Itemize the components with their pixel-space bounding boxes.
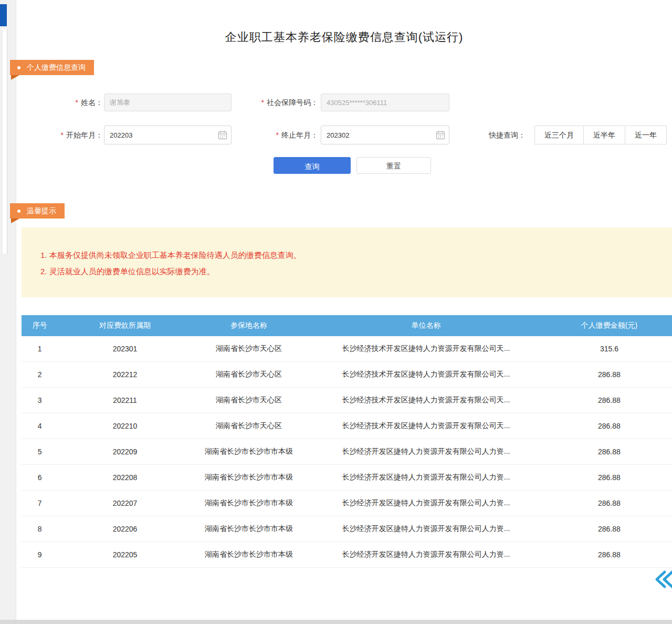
start-month-input[interactable] [104, 126, 232, 144]
bullet-icon [17, 66, 20, 69]
personal-query-section-badge: 个人缴费信息查询 [10, 60, 94, 75]
pension-query-page: { "page": { "title": "企业职工基本养老保险缴费信息查询(试… [0, 0, 672, 624]
table-row: 3 202211 湖南省长沙市天心区 长沙经济技术开发区捷特人力资源开发有限公司… [22, 388, 672, 413]
cell-seq: 5 [22, 439, 58, 465]
personal-query-badge-label: 个人缴费信息查询 [27, 60, 86, 75]
required-mark: * [261, 98, 264, 107]
collapsed-panel-edge [3, 29, 7, 254]
calendar-icon[interactable] [436, 130, 445, 140]
name-label: *姓名： [45, 93, 103, 111]
cell-area: 湖南省长沙市天心区 [192, 388, 306, 413]
tips-section-badge: 温馨提示 [10, 203, 65, 219]
end-month-field [321, 126, 449, 144]
quick-1year-button[interactable]: 近一年 [625, 126, 667, 144]
cell-period: 202212 [58, 362, 192, 388]
end-month-label: *终止年月： [258, 126, 318, 143]
cell-area: 湖南省长沙市长沙市市本级 [192, 465, 306, 491]
cell-area: 湖南省长沙市天心区 [192, 413, 306, 439]
table-row: 7 202207 湖南省长沙市长沙市市本级 长沙经济开发区捷特人力资源开发有限公… [22, 491, 672, 516]
cell-area: 湖南省长沙市长沙市市本级 [192, 491, 306, 516]
table-row: 5 202209 湖南省长沙市长沙市市本级 长沙经济开发区捷特人力资源开发有限公… [22, 439, 672, 465]
table-row: 4 202210 湖南省长沙市天心区 长沙经济技术开发区捷特人力资源开发有限公司… [22, 413, 672, 439]
cell-period: 202210 [58, 413, 192, 439]
cell-seq: 6 [22, 465, 58, 491]
calendar-icon[interactable] [218, 130, 227, 140]
name-input [104, 93, 232, 111]
table-row: 6 202208 湖南省长沙市长沙市市本级 长沙经济开发区捷特人力资源开发有限公… [22, 465, 672, 491]
end-month-input[interactable] [321, 126, 449, 144]
cell-seq: 8 [22, 516, 58, 542]
cell-area: 湖南省长沙市长沙市市本级 [192, 439, 306, 465]
bottom-edge-bar [0, 620, 672, 624]
cell-area: 湖南省长沙市天心区 [192, 336, 306, 362]
cell-period: 202209 [58, 439, 192, 465]
quick-halfyear-button[interactable]: 近半年 [583, 126, 625, 144]
header-amount: 个人缴费金额(元) [547, 315, 672, 336]
header-period: 对应费款所属期 [58, 315, 192, 336]
start-month-label: *开始年月： [40, 126, 103, 143]
start-month-field [104, 126, 232, 144]
required-mark: * [61, 131, 64, 139]
cell-seq: 4 [22, 413, 58, 439]
cell-period: 202211 [58, 388, 192, 413]
notice-box: 1. 本服务仅提供尚未领取企业职工基本养老保险待遇人员的缴费信息查询。 2. 灵… [22, 227, 672, 297]
payment-table: 序号 对应费款所属期 参保地名称 单位名称 个人缴费金额(元) 1 202301… [22, 315, 672, 568]
cell-amount: 286.88 [547, 491, 672, 516]
cell-amount: 286.88 [547, 439, 672, 465]
cell-period: 202301 [58, 336, 192, 362]
cell-amount: 286.88 [547, 465, 672, 491]
cell-amount: 286.88 [547, 542, 672, 568]
cell-company: 长沙经济开发区捷特人力资源开发有限公司人力资... [306, 439, 546, 465]
cell-area: 湖南省长沙市天心区 [192, 362, 306, 388]
table-row: 8 202206 湖南省长沙市长沙市市本级 长沙经济开发区捷特人力资源开发有限公… [22, 516, 672, 542]
table-row: 1 202301 湖南省长沙市天心区 长沙经济技术开发区捷特人力资源开发有限公司… [22, 336, 672, 362]
cell-company: 长沙经济技术开发区捷特人力资源开发有限公司天... [306, 388, 546, 413]
cell-seq: 7 [22, 491, 58, 516]
table-header-row: 序号 对应费款所属期 参保地名称 单位名称 个人缴费金额(元) [22, 315, 672, 336]
bullet-icon [17, 210, 20, 213]
required-mark: * [76, 98, 78, 107]
quick-query-label: 快捷查询： [489, 126, 526, 144]
cell-company: 长沙经济开发区捷特人力资源开发有限公司人力资... [306, 465, 546, 491]
cell-seq: 9 [22, 542, 58, 568]
query-button[interactable]: 查询 [274, 157, 351, 174]
cell-amount: 286.88 [547, 516, 672, 542]
cell-period: 202207 [58, 491, 192, 516]
reset-button[interactable]: 重置 [356, 157, 431, 174]
header-company: 单位名称 [306, 315, 546, 336]
cell-company: 长沙经济开发区捷特人力资源开发有限公司人力资... [306, 491, 546, 516]
ssn-input [321, 93, 449, 111]
notice-line: 1. 本服务仅提供尚未领取企业职工基本养老保险待遇人员的缴费信息查询。 [40, 248, 662, 262]
cell-company: 长沙经济技术开发区捷特人力资源开发有限公司天... [306, 362, 546, 388]
cell-period: 202206 [58, 516, 192, 542]
sidebar-accent-block [0, 4, 7, 26]
quick-query-group: 近三个月 近半年 近一年 [534, 126, 667, 144]
cell-company: 长沙经济开发区捷特人力资源开发有限公司人力资... [306, 542, 546, 568]
cell-company: 长沙经济技术开发区捷特人力资源开发有限公司天... [306, 413, 546, 439]
cell-seq: 2 [22, 362, 58, 388]
table-body: 1 202301 湖南省长沙市天心区 长沙经济技术开发区捷特人力资源开发有限公司… [22, 336, 672, 568]
page-title: 企业职工基本养老保险缴费信息查询(试运行) [16, 29, 672, 45]
required-mark: * [276, 131, 279, 139]
table-row: 9 202205 湖南省长沙市长沙市市本级 长沙经济开发区捷特人力资源开发有限公… [22, 542, 672, 568]
cell-period: 202205 [58, 542, 192, 568]
cell-period: 202208 [58, 465, 192, 491]
cell-area: 湖南省长沙市长沙市市本级 [192, 516, 306, 542]
header-area: 参保地名称 [192, 315, 306, 336]
table-row: 2 202212 湖南省长沙市天心区 长沙经济技术开发区捷特人力资源开发有限公司… [22, 362, 672, 388]
quick-3months-button[interactable]: 近三个月 [534, 126, 584, 144]
cell-company: 长沙经济技术开发区捷特人力资源开发有限公司天... [306, 336, 546, 362]
cell-area: 湖南省长沙市长沙市市本级 [192, 542, 306, 568]
cell-amount: 286.88 [547, 362, 672, 388]
header-seq: 序号 [22, 315, 58, 336]
cell-amount: 315.6 [547, 336, 672, 362]
tips-badge-label: 温馨提示 [27, 203, 56, 219]
cell-company: 长沙经济开发区捷特人力资源开发有限公司人力资... [306, 516, 546, 542]
cell-seq: 1 [22, 336, 58, 362]
ssn-label: *社会保障号码： [239, 93, 318, 111]
content-card: 企业职工基本养老保险缴费信息查询(试运行) 个人缴费信息查询 *姓名： *社会保… [16, 0, 672, 620]
cell-amount: 286.88 [547, 413, 672, 439]
cell-amount: 286.88 [547, 388, 672, 413]
collapse-double-chevron-icon[interactable] [654, 570, 672, 589]
notice-line: 2. 灵活就业人员的缴费单位信息以实际缴费为准。 [40, 265, 662, 278]
